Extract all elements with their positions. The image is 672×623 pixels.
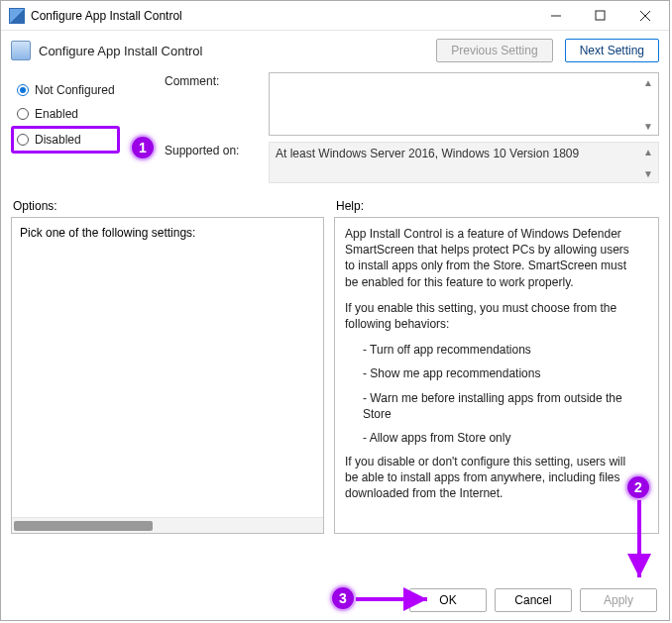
close-button[interactable] (622, 1, 667, 30)
dialog-window: Configure App Install Control Configure … (0, 0, 670, 621)
radio-enabled[interactable]: Enabled (11, 102, 155, 126)
header-row: Configure App Install Control Previous S… (1, 31, 669, 72)
help-bullet: - Turn off app recommendations (345, 342, 638, 358)
minimize-icon (550, 10, 562, 22)
supported-label: Supported on: (165, 142, 259, 183)
divider (1, 189, 669, 199)
next-setting-button[interactable]: Next Setting (565, 39, 659, 62)
help-bullet: - Allow apps from Store only (345, 430, 638, 446)
options-pane: Pick one of the following settings: (11, 217, 324, 534)
help-bullet: - Show me app recommendations (345, 365, 638, 381)
policy-title: Configure App Install Control (37, 44, 430, 58)
maximize-icon (595, 10, 606, 21)
radio-icon (17, 108, 29, 120)
comment-label: Comment: (165, 72, 259, 136)
supported-on-field: At least Windows Server 2016, Windows 10… (269, 142, 659, 183)
supported-row: Supported on: At least Windows Server 20… (165, 142, 659, 183)
radio-label: Not Configured (35, 83, 115, 97)
scroll-up-icon[interactable]: ▲ (640, 145, 656, 158)
app-icon (9, 8, 25, 24)
radio-label: Disabled (35, 133, 81, 147)
ok-button[interactable]: OK (409, 588, 487, 612)
radio-label: Enabled (35, 107, 78, 121)
form-column: Comment: ▲ ▼ Supported on: At least Wind… (165, 72, 659, 189)
radio-disabled[interactable]: Disabled (11, 126, 120, 154)
svg-rect-1 (596, 11, 605, 20)
help-paragraph: If you enable this setting, you must cho… (345, 300, 638, 332)
horizontal-scrollbar[interactable] (12, 517, 323, 533)
previous-setting-button[interactable]: Previous Setting (436, 39, 552, 62)
help-bullet: - Warn me before installing apps from ou… (345, 390, 638, 422)
minimize-button[interactable] (533, 1, 578, 30)
cancel-button[interactable]: Cancel (495, 588, 572, 612)
radio-icon (17, 134, 29, 146)
comment-textarea[interactable]: ▲ ▼ (269, 72, 659, 136)
scroll-down-icon[interactable]: ▼ (640, 166, 656, 180)
maximize-button[interactable] (578, 1, 622, 30)
annotation-callout-3: 3 (330, 585, 356, 611)
section-labels: Options: Help: (1, 199, 669, 217)
window-controls (533, 1, 667, 30)
help-label: Help: (336, 199, 657, 213)
apply-button[interactable]: Apply (580, 588, 657, 612)
policy-icon (11, 41, 31, 60)
help-paragraph: App Install Control is a feature of Wind… (345, 226, 638, 290)
title-bar: Configure App Install Control (1, 1, 669, 31)
panes: Pick one of the following settings: App … (1, 217, 669, 534)
radio-icon (17, 84, 29, 96)
upper-body: Not Configured Enabled Disabled Comment:… (1, 72, 669, 189)
comment-row: Comment: ▲ ▼ (165, 72, 659, 136)
options-heading: Pick one of the following settings: (12, 218, 323, 246)
annotation-callout-2: 2 (625, 474, 651, 500)
radio-not-configured[interactable]: Not Configured (11, 78, 155, 102)
window-title: Configure App Install Control (31, 9, 533, 23)
help-paragraph: If you disable or don't configure this s… (345, 454, 638, 502)
annotation-callout-1: 1 (130, 135, 156, 160)
scroll-down-icon[interactable]: ▼ (640, 119, 656, 133)
scrollbar-thumb[interactable] (14, 521, 153, 531)
scroll-up-icon[interactable]: ▲ (640, 75, 656, 89)
options-label: Options: (13, 199, 324, 213)
close-icon (639, 10, 651, 22)
help-pane: App Install Control is a feature of Wind… (334, 217, 659, 534)
state-radio-group: Not Configured Enabled Disabled (11, 72, 155, 189)
supported-value: At least Windows Server 2016, Windows 10… (276, 147, 579, 160)
